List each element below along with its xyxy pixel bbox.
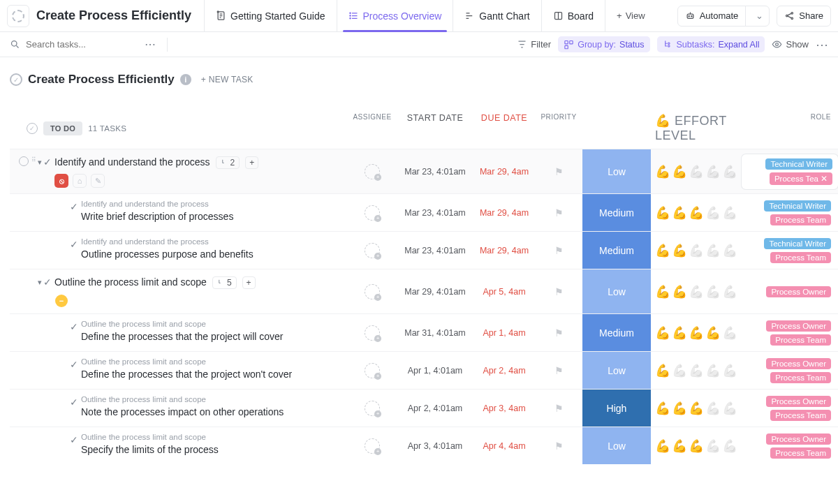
tags-icon[interactable]: ⌂ [73, 174, 87, 188]
new-task-button[interactable]: + NEW TASK [201, 75, 253, 84]
assignee-add[interactable]: + [365, 284, 380, 299]
subtask-row[interactable]: ✓ Identify and understand the process Ou… [10, 231, 838, 269]
cell-assignee[interactable]: + [348, 325, 397, 341]
cell-effort[interactable]: 💪💪💪💪💪 [651, 401, 742, 416]
check-icon[interactable]: ✓ [70, 321, 78, 332]
cell-due-date[interactable]: Apr 2, 4am [473, 366, 535, 376]
role-tag[interactable]: Process Team [770, 214, 831, 225]
blocked-icon[interactable]: ⦸ [54, 174, 68, 188]
cell-assignee[interactable]: + [348, 401, 397, 416]
subtask-row[interactable]: ✓ Identify and understand the process Wr… [10, 193, 838, 231]
search-input[interactable] [26, 39, 131, 50]
show-button[interactable]: Show [772, 39, 809, 50]
info-icon[interactable]: i [180, 74, 191, 85]
search-options-icon[interactable]: ⋯ [145, 38, 156, 51]
cell-priority[interactable]: ⚑ [535, 166, 582, 177]
cell-role[interactable]: Technical WriterProcess Team [742, 200, 838, 225]
cell-due-date[interactable]: Apr 4, 4am [473, 441, 535, 451]
cell-role[interactable]: Process OwnerProcess Team [742, 320, 838, 346]
cell-effort[interactable]: 💪💪💪💪💪 [651, 164, 742, 179]
cell-assignee[interactable]: + [348, 243, 397, 258]
cell-start-date[interactable]: Apr 3, 4:01am [397, 441, 473, 451]
role-tag[interactable]: Process Owner [766, 433, 831, 445]
parent-breadcrumb[interactable]: Outline the process limit and scope [81, 433, 345, 441]
col-assignee[interactable]: ASSIGNEE [348, 113, 397, 143]
col-role[interactable]: ROLE [742, 113, 838, 143]
cell-complexity[interactable]: Low [582, 269, 651, 313]
assignee-add[interactable]: + [365, 401, 380, 416]
cell-priority[interactable]: ⚑ [535, 440, 582, 452]
subtask-count[interactable]: 2 [216, 156, 240, 169]
role-tag[interactable]: Process Owner [766, 358, 831, 369]
role-tag[interactable]: Process Team [770, 447, 831, 459]
role-tag[interactable]: Process Team [770, 334, 831, 346]
cell-role[interactable]: Technical WriterProcess Tea✕ [742, 154, 838, 189]
task-name[interactable]: Identify and understand the process [54, 155, 210, 170]
check-icon[interactable]: ✓ [70, 201, 78, 212]
cell-role[interactable]: Technical WriterProcess Team [742, 238, 838, 263]
task-row[interactable]: ⠿ ▾✓ Identify and understand the process… [10, 149, 838, 193]
assignee-add[interactable]: + [365, 325, 380, 341]
task-name[interactable]: Outline processes purpose and benefits [81, 247, 345, 262]
in-progress-icon[interactable]: − [54, 294, 68, 308]
tab-board[interactable]: Board [541, 0, 605, 32]
task-name[interactable]: Define the processes that the project wo… [81, 367, 345, 382]
cell-complexity[interactable]: High [582, 390, 651, 427]
role-tag[interactable]: Process Tea✕ [770, 172, 832, 185]
check-icon[interactable]: ✓ [70, 359, 78, 370]
task-row[interactable]: ▾✓ Outline the process limit and scope 5… [10, 269, 838, 313]
add-subtask-button[interactable]: + [245, 156, 258, 169]
col-effort[interactable]: 💪 EFFORT LEVEL [651, 113, 742, 143]
task-name[interactable]: Outline the process limit and scope [54, 275, 207, 290]
col-complexity[interactable]: TASK COMPLEXI... [582, 113, 651, 143]
close-icon[interactable]: ✕ [821, 175, 828, 183]
cell-role[interactable]: Process OwnerProcess Team [742, 358, 838, 383]
cell-start-date[interactable]: Mar 23, 4:01am [397, 208, 473, 218]
cell-due-date[interactable]: Mar 29, 4am [473, 167, 535, 177]
cell-assignee[interactable]: + [348, 284, 397, 299]
cell-due-date[interactable]: Mar 29, 4am [473, 246, 535, 255]
role-tag[interactable]: Process Owner [766, 320, 831, 332]
status-pill[interactable]: TO DO [43, 121, 82, 135]
cell-priority[interactable]: ⚑ [535, 327, 582, 339]
parent-breadcrumb[interactable]: Outline the process limit and scope [81, 395, 345, 403]
parent-breadcrumb[interactable]: Identify and understand the process [81, 237, 345, 246]
task-name[interactable]: Write brief description of processes [81, 209, 345, 224]
cell-due-date[interactable]: Apr 3, 4am [473, 403, 535, 413]
role-tag[interactable]: Process Team [770, 252, 831, 263]
assignee-add[interactable]: + [365, 243, 380, 258]
role-tag[interactable]: Technical Writer [764, 200, 831, 212]
cell-complexity[interactable]: Low [582, 427, 651, 464]
subtasks-chip[interactable]: Subtasks: Expand All [657, 36, 765, 52]
subtask-row[interactable]: ✓ Outline the process limit and scope De… [10, 313, 838, 351]
tab-gantt-chart[interactable]: Gantt Chart [453, 0, 541, 32]
cell-start-date[interactable]: Mar 23, 4:01am [397, 246, 473, 255]
cell-priority[interactable]: ⚑ [535, 207, 582, 218]
expand-toggle[interactable]: ▾✓ [38, 276, 52, 288]
share-button[interactable]: Share [777, 6, 831, 27]
cell-effort[interactable]: 💪💪💪💪💪 [651, 363, 742, 378]
group-by-chip[interactable]: Group by: Status [558, 36, 649, 52]
cell-effort[interactable]: 💪💪💪💪💪 [651, 438, 742, 454]
cell-start-date[interactable]: Apr 2, 4:01am [397, 403, 473, 413]
check-icon[interactable]: ✓ [70, 434, 78, 445]
cell-effort[interactable]: 💪💪💪💪💪 [651, 325, 742, 341]
more-options-icon[interactable]: ⋯ [816, 37, 828, 52]
cell-effort[interactable]: 💪💪💪💪💪 [651, 284, 742, 299]
parent-breadcrumb[interactable]: Identify and understand the process [81, 200, 345, 208]
add-subtask-button[interactable]: + [242, 276, 256, 289]
task-name[interactable]: Specify the limits of the process [81, 443, 345, 457]
role-tag[interactable]: Technical Writer [765, 158, 832, 170]
filter-button[interactable]: Filter [517, 39, 551, 50]
automate-button[interactable]: Automate ⌄ [677, 6, 770, 27]
cell-due-date[interactable]: Apr 1, 4am [473, 328, 535, 338]
cell-complexity[interactable]: Medium [582, 314, 651, 351]
cell-assignee[interactable]: + [348, 363, 397, 378]
check-icon[interactable]: ✓ [70, 396, 78, 408]
cell-effort[interactable]: 💪💪💪💪💪 [651, 205, 742, 221]
cell-effort[interactable]: 💪💪💪💪💪 [651, 243, 742, 258]
role-tag[interactable]: Process Owner [766, 396, 831, 407]
collapse-icon[interactable]: ✓ [27, 123, 38, 134]
search-box[interactable] [10, 39, 131, 50]
role-tag[interactable]: Technical Writer [764, 238, 831, 249]
